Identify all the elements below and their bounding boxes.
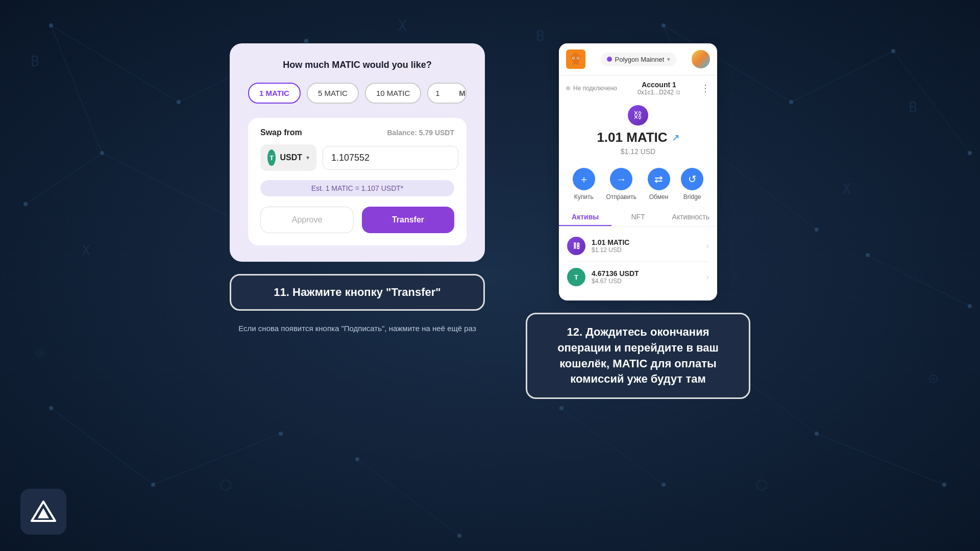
- account-section: Не подключено Account 1 0x1c1...D242 ⧉ ⋮: [559, 76, 717, 101]
- network-chevron-icon: ▾: [667, 56, 670, 63]
- instruction-title-left: 11. Нажмите кнопку "Transfer": [248, 286, 467, 299]
- svg-point-42: [559, 406, 564, 410]
- swap-card: How much MATIC would you like? 1 MATIC 5…: [230, 43, 485, 262]
- left-panel: How much MATIC would you like? 1 MATIC 5…: [230, 43, 485, 335]
- svg-point-64: [573, 58, 574, 59]
- logo-icon: [31, 499, 56, 524]
- transfer-button[interactable]: Transfer: [362, 207, 454, 233]
- matic-btn-10[interactable]: 10 MATIC: [365, 83, 421, 104]
- wallet-tabs: Активы NFT Активность: [559, 209, 717, 227]
- tab-assets[interactable]: Активы: [559, 209, 611, 226]
- asset-name-usdt: 4.67136 USDT: [592, 269, 700, 278]
- svg-point-40: [355, 457, 359, 461]
- balance-value: 5.79 USDT: [419, 129, 454, 137]
- balance-matic: 1.01 MATIC ↗: [559, 130, 717, 145]
- tab-activity[interactable]: Активность: [665, 209, 717, 226]
- custom-matic-suffix: MATIC: [459, 84, 467, 103]
- token-icon: T: [267, 149, 276, 166]
- balance-usd: $1.12 USD: [559, 147, 717, 156]
- swap-label: Обмен: [649, 193, 669, 201]
- right-panel: Polygon Mainnet ▾ Не подключено Account …: [526, 43, 750, 399]
- asset-icon-matic: ⛓: [567, 237, 585, 255]
- custom-matic-input-wrap: MATIC: [427, 83, 467, 104]
- bridge-icon: ↺: [681, 168, 703, 190]
- svg-text:⬡: ⬡: [755, 477, 768, 493]
- swap-header: Swap from Balance: 5.79 USDT: [260, 128, 454, 137]
- main-content: How much MATIC would you like? 1 MATIC 5…: [0, 0, 980, 399]
- matic-options: 1 MATIC 5 MATIC 10 MATIC MATIC: [248, 83, 467, 104]
- token-icon-letter: T: [270, 154, 274, 162]
- action-bridge[interactable]: ↺ Bridge: [681, 168, 703, 201]
- swap-card-title: How much MATIC would you like?: [248, 60, 467, 70]
- send-label: Отправить: [606, 193, 636, 201]
- asset-item-matic[interactable]: ⛓ 1.01 MATIC $1.12 USD ›: [559, 231, 717, 261]
- tab-nft[interactable]: NFT: [611, 209, 664, 226]
- svg-point-38: [815, 432, 819, 436]
- network-label: Polygon Mainnet: [615, 56, 665, 63]
- wallet-card: Polygon Mainnet ▾ Не подключено Account …: [559, 43, 717, 300]
- account-info: Account 1 0x1c1...D242 ⧉: [638, 81, 680, 96]
- svg-point-35: [151, 483, 155, 487]
- asset-chevron-usdt: ›: [706, 272, 709, 282]
- logo-bottom: [20, 489, 66, 535]
- svg-point-39: [942, 483, 946, 487]
- svg-point-34: [49, 406, 53, 410]
- action-swap[interactable]: ⇄ Обмен: [648, 168, 670, 201]
- instruction-box-right: 12. Дождитесь окончания операции и перей…: [526, 313, 750, 399]
- svg-point-43: [662, 483, 666, 487]
- estimate-badge: Est. 1 MATIC = 1.107 USDT*: [260, 180, 454, 196]
- bridge-label: Bridge: [683, 193, 701, 201]
- token-select[interactable]: T USDT ▾: [260, 144, 316, 171]
- balance-display: Balance: 5.79 USDT: [387, 129, 455, 137]
- action-buttons: Approve Transfer: [260, 207, 454, 233]
- asset-name-matic: 1.01 MATIC: [592, 238, 700, 246]
- token-name: USDT: [280, 153, 302, 162]
- swap-from-label: Swap from: [260, 128, 302, 137]
- account-menu-icon[interactable]: ⋮: [701, 83, 710, 94]
- token-chevron-icon: ▾: [306, 154, 309, 161]
- asset-info-usdt: 4.67136 USDT $4.67 USD: [592, 269, 700, 285]
- instruction-box-left: 11. Нажмите кнопку "Transfer": [230, 274, 485, 311]
- svg-point-41: [457, 534, 461, 538]
- estimate-text: Est. 1 MATIC = 1.107 USDT*: [311, 184, 404, 192]
- matic-btn-5[interactable]: 5 MATIC: [307, 83, 359, 104]
- asset-item-usdt[interactable]: T 4.67136 USDT $4.67 USD ›: [559, 262, 717, 292]
- send-icon: →: [610, 168, 632, 190]
- account-address-text: 0x1c1...D242: [638, 89, 674, 96]
- action-buy[interactable]: ＋ Купить: [573, 168, 595, 201]
- matic-btn-1[interactable]: 1 MATIC: [248, 83, 301, 104]
- asset-chevron-matic: ›: [706, 241, 709, 251]
- network-pill[interactable]: Polygon Mainnet ▾: [601, 53, 677, 66]
- copy-icon[interactable]: ⧉: [676, 89, 680, 96]
- swap-section: Swap from Balance: 5.79 USDT T USDT ▾: [248, 118, 467, 245]
- wallet-actions: ＋ Купить → Отправить ⇄ Обмен ↺ Bridge: [559, 164, 717, 209]
- asset-info-matic: 1.01 MATIC $1.12 USD: [592, 238, 700, 254]
- network-dot: [607, 57, 612, 62]
- asset-usd-matic: $1.12 USD: [592, 246, 700, 254]
- wallet-avatar: [692, 50, 710, 68]
- account-address: 0x1c1...D242 ⧉: [638, 89, 680, 96]
- action-send[interactable]: → Отправить: [606, 168, 636, 201]
- swap-icon: ⇄: [648, 168, 670, 190]
- wallet-header: Polygon Mainnet ▾: [559, 43, 717, 76]
- metamask-logo: [566, 49, 585, 69]
- balance-section: ⛓ 1.01 MATIC ↗ $1.12 USD: [559, 101, 717, 164]
- instruction-subtitle-left: Если снова появится кнопка "Подписать", …: [235, 323, 480, 335]
- trend-icon: ↗: [672, 132, 679, 143]
- approve-button[interactable]: Approve: [260, 207, 354, 233]
- amount-input[interactable]: [323, 146, 458, 170]
- not-connected-status: Не подключено: [566, 85, 617, 92]
- account-name: Account 1: [638, 81, 680, 89]
- balance-label: Balance:: [387, 129, 417, 137]
- token-row: T USDT ▾: [260, 144, 454, 171]
- not-connected-label: Не подключено: [573, 85, 617, 92]
- buy-icon: ＋: [573, 168, 595, 190]
- instruction-title-right: 12. Дождитесь окончания операции и перей…: [542, 324, 734, 387]
- svg-text:⬡: ⬡: [219, 477, 232, 493]
- asset-icon-usdt: T: [567, 268, 585, 286]
- custom-matic-input[interactable]: [428, 84, 459, 103]
- not-connected-dot: [566, 86, 570, 90]
- svg-point-36: [279, 432, 283, 436]
- matic-chain-icon: ⛓: [628, 105, 648, 126]
- balance-matic-value: 1.01 MATIC: [597, 130, 667, 145]
